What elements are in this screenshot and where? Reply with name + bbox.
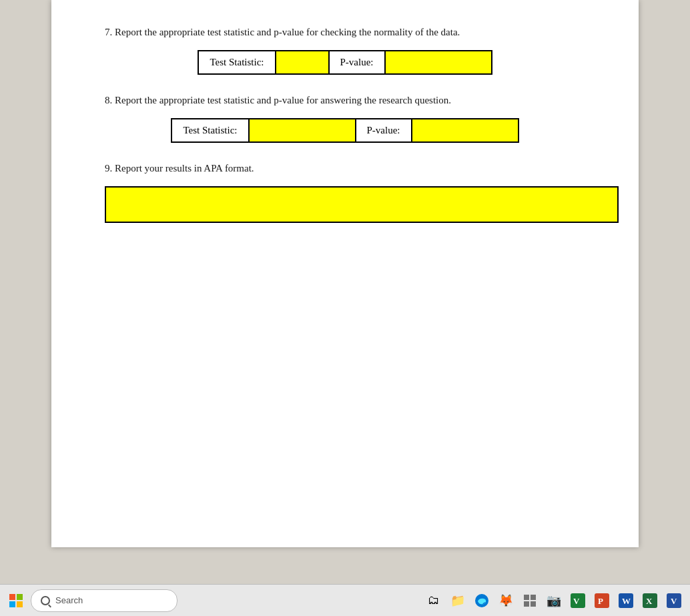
apa-answer-box[interactable]	[105, 186, 619, 223]
edge-icon[interactable]	[471, 590, 492, 611]
test-statistic-value-8[interactable]	[249, 119, 356, 142]
p-value-value-8[interactable]	[412, 119, 519, 142]
taskbar-icons: 🗂 📁 🦊 📷 V	[423, 590, 685, 611]
p-value-label-7: P-value:	[329, 51, 385, 74]
svg-rect-5	[524, 595, 529, 600]
test-statistic-label-8: Test Statistic:	[171, 119, 248, 142]
stackapps-icon[interactable]: 🗂	[423, 590, 444, 611]
search-bar[interactable]: Search	[31, 589, 178, 612]
folder-icon[interactable]: 📁	[447, 590, 468, 611]
edge-svg	[474, 593, 489, 608]
test-statistic-value-7[interactable]	[276, 51, 329, 74]
svg-text:W: W	[622, 596, 631, 606]
p-value-label-8: P-value:	[356, 119, 412, 142]
word-icon[interactable]: W	[615, 590, 637, 611]
svg-rect-0	[9, 594, 15, 600]
firefox-icon[interactable]: 🦊	[495, 590, 516, 611]
test-statistic-label-7: Test Statistic:	[198, 51, 275, 74]
table-7-container: Test Statistic: P-value:	[105, 50, 585, 75]
svg-text:X: X	[646, 596, 653, 606]
powerpoint-icon[interactable]: P	[591, 590, 613, 611]
p-value-value-7[interactable]	[385, 51, 492, 74]
taskbar: Search 🗂 📁 🦊 📷 V	[0, 584, 690, 616]
svg-text:V: V	[671, 596, 677, 606]
question-8: 8. Report the appropriate test statistic…	[105, 95, 585, 106]
table-8-container: Test Statistic: P-value:	[105, 118, 585, 143]
store-svg	[523, 593, 537, 608]
search-label: Search	[55, 595, 83, 605]
svg-text:V: V	[573, 596, 580, 606]
vscode-svg: V	[571, 593, 585, 608]
word-svg: W	[619, 593, 633, 608]
excel-svg: X	[643, 593, 657, 608]
excel-icon[interactable]: X	[639, 590, 661, 611]
svg-rect-3	[17, 601, 23, 607]
store-icon[interactable]	[519, 590, 541, 611]
svg-rect-8	[531, 601, 536, 607]
svg-text:P: P	[598, 596, 603, 606]
svg-rect-2	[9, 601, 15, 607]
document-viewer: 7. Report the appropriate test statistic…	[0, 0, 690, 584]
document-page: 7. Report the appropriate test statistic…	[51, 0, 639, 547]
table-8: Test Statistic: P-value:	[171, 118, 519, 143]
camera-icon[interactable]: 📷	[543, 590, 565, 611]
vscode-icon[interactable]: V	[567, 590, 589, 611]
svg-rect-7	[524, 601, 529, 607]
ppt-svg: P	[595, 593, 609, 608]
question-7: 7. Report the appropriate test statistic…	[105, 27, 585, 38]
table-7: Test Statistic: P-value:	[198, 50, 492, 75]
v-app-icon[interactable]: V	[663, 590, 685, 611]
svg-rect-1	[17, 594, 23, 600]
v-svg: V	[667, 593, 681, 608]
start-button[interactable]	[5, 590, 27, 611]
search-icon	[41, 596, 50, 605]
question-9: 9. Report your results in APA format.	[105, 163, 585, 174]
svg-rect-6	[531, 595, 536, 600]
windows-icon	[9, 593, 23, 608]
